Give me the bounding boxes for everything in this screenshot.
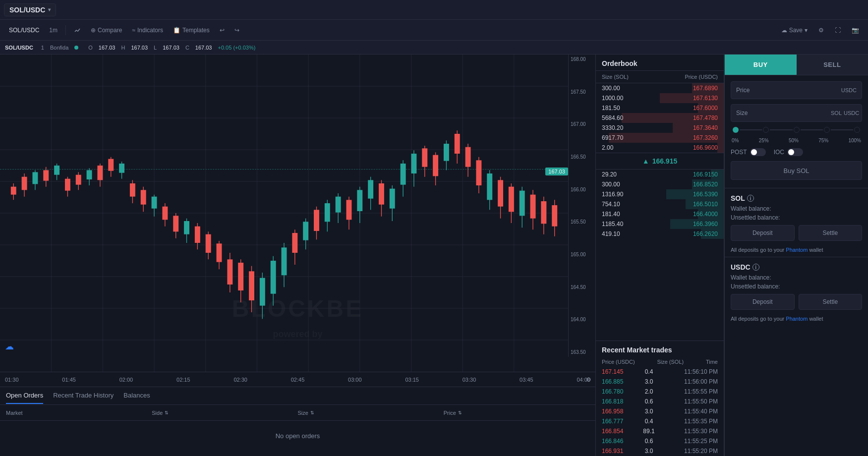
chart-canvas[interactable]: 168.00 167.50 167.00 166.50 166.00 165.5… xyxy=(0,55,595,372)
camera-button[interactable]: 📷 xyxy=(848,24,863,36)
price-level-6: 165.00 xyxy=(571,252,593,257)
pair-label: SOL/USDC xyxy=(9,6,45,14)
tab-open-orders[interactable]: Open Orders xyxy=(6,388,43,404)
close-value: 167.03 xyxy=(195,45,212,51)
svg-rect-78 xyxy=(325,203,330,222)
price-level-5: 165.50 xyxy=(571,219,593,225)
sol-phantom-note: All deposits go to your Phantom wallet xyxy=(725,245,868,255)
size-input-row[interactable]: Size SOL USDC xyxy=(731,104,862,122)
price-input-row[interactable]: Price USDC xyxy=(731,81,862,99)
open-label: O xyxy=(88,45,93,51)
ob-ask-row: 1000.00 167.6130 xyxy=(596,93,724,103)
compare-button[interactable]: ⊕ Compare xyxy=(87,24,126,36)
svg-rect-42 xyxy=(130,183,135,197)
mid-arrow: ▲ xyxy=(642,157,649,165)
svg-rect-26 xyxy=(43,170,49,180)
svg-rect-50 xyxy=(173,216,178,231)
sort-price-icon[interactable]: ⇅ xyxy=(458,410,462,415)
fullscreen-button[interactable]: ⛶ xyxy=(831,24,845,36)
size-input[interactable] xyxy=(753,110,828,116)
pair-toolbar-label[interactable]: SOL/USDC xyxy=(5,24,43,36)
svg-rect-72 xyxy=(292,233,297,253)
buy-sol-button[interactable]: Buy SOL xyxy=(731,161,862,180)
trade-row: 166.818 0.6 11:55:50 PM xyxy=(596,397,724,406)
svg-rect-108 xyxy=(487,173,492,200)
sol-unsettled-balance-row: Unsettled balance: xyxy=(731,214,862,221)
percent-50-dot[interactable] xyxy=(794,127,800,133)
low-label: L xyxy=(154,45,157,51)
indicators-button[interactable]: ≈ Indicators xyxy=(128,24,167,36)
redo-button[interactable]: ↪ xyxy=(231,24,243,36)
sol-deposit-button[interactable]: Deposit xyxy=(731,225,795,241)
ob-bid-row: 29.20 166.9150 xyxy=(596,170,724,179)
undo-button[interactable]: ↩ xyxy=(216,24,229,36)
empty-orders-message: No open orders xyxy=(0,421,595,451)
svg-rect-84 xyxy=(357,190,362,211)
svg-rect-76 xyxy=(314,210,319,231)
svg-rect-64 xyxy=(249,271,254,300)
percent-100-dot[interactable] xyxy=(854,127,860,133)
usdc-settle-button[interactable]: Settle xyxy=(799,294,863,310)
buy-tab[interactable]: BUY xyxy=(725,55,797,75)
sort-side-icon[interactable]: ⇅ xyxy=(165,410,169,415)
svg-rect-100 xyxy=(444,144,449,161)
tab-recent-trade-history[interactable]: Recent Trade History xyxy=(53,388,114,404)
sort-size-icon[interactable]: ⇅ xyxy=(310,410,314,415)
price-input[interactable] xyxy=(753,87,838,94)
settings-button[interactable]: ⚙ xyxy=(814,24,828,36)
pair-selector[interactable]: SOL/USDC ▾ xyxy=(4,3,56,16)
post-label: POST xyxy=(731,149,747,156)
sell-tab[interactable]: SELL xyxy=(797,55,868,75)
usdc-balance-section: USDC i Wallet balance: Unsettled balance… xyxy=(725,259,868,314)
expand-icon[interactable]: ☁ xyxy=(5,341,14,352)
save-button[interactable]: ☁ Save ▾ xyxy=(777,24,811,36)
percent-75-dot[interactable] xyxy=(824,127,830,133)
sol-info-icon[interactable]: i xyxy=(747,195,754,202)
percent-line-1 xyxy=(740,129,762,130)
svg-rect-22 xyxy=(22,177,27,190)
trade-row: 166.885 3.0 11:56:00 PM xyxy=(596,377,724,387)
usdc-phantom-link[interactable]: Phantom xyxy=(786,316,808,322)
toggle-row: POST IOC xyxy=(731,148,862,156)
ioc-label: IOC xyxy=(774,149,784,156)
orderbook-panel: Orderbook Size (SOL) Price (USDC) 300.00… xyxy=(595,55,724,456)
svg-rect-92 xyxy=(401,164,406,185)
time-label-3: 02:15 xyxy=(176,377,190,383)
svg-rect-24 xyxy=(32,172,38,184)
chart-source: Bonfida xyxy=(50,45,68,51)
order-type-tabs: BUY SELL xyxy=(725,55,868,75)
price-level-3: 166.50 xyxy=(571,154,593,160)
interval-button[interactable]: 1m xyxy=(45,24,61,36)
percent-0-dot[interactable] xyxy=(733,127,739,133)
svg-rect-32 xyxy=(76,175,81,185)
time-label-8: 03:30 xyxy=(463,377,476,383)
size-unit-sol: SOL xyxy=(831,110,842,116)
sol-deposit-settle-row: Deposit Settle xyxy=(731,225,862,241)
templates-button[interactable]: 📋 Templates xyxy=(169,24,214,36)
chart-settings-icon[interactable]: ⚙ xyxy=(586,376,591,383)
ob-ask-row: 5684.60 167.4780 xyxy=(596,113,724,123)
ioc-toggle[interactable] xyxy=(787,148,803,156)
percent-line-2 xyxy=(770,129,792,130)
post-toggle[interactable] xyxy=(750,148,766,156)
svg-rect-68 xyxy=(271,261,276,294)
size-unit-usdc: USDC xyxy=(844,110,859,116)
percent-25-dot[interactable] xyxy=(763,127,769,133)
pct-50: 50% xyxy=(789,138,799,143)
usdc-unsettled-label: Unsettled balance: xyxy=(731,283,780,290)
recent-trades-header: Price (USDC) Size (SOL) Time xyxy=(596,357,724,367)
main-layout: 168.00 167.50 167.00 166.50 166.00 165.5… xyxy=(0,55,868,456)
usdc-info-icon[interactable]: i xyxy=(752,264,759,271)
sol-phantom-link[interactable]: Phantom xyxy=(786,247,808,253)
rt-col-price: Price (USDC) xyxy=(602,359,635,365)
pct-25: 25% xyxy=(759,138,769,143)
ob-col-size: Size (SOL) xyxy=(602,74,629,80)
sol-settle-button[interactable]: Settle xyxy=(799,225,863,241)
svg-rect-48 xyxy=(162,207,168,220)
indicators-icon[interactable] xyxy=(70,24,85,36)
chart-number: 1 xyxy=(41,45,44,51)
usdc-deposit-button[interactable]: Deposit xyxy=(731,294,795,310)
tab-balances[interactable]: Balances xyxy=(123,388,150,404)
time-label-9: 03:45 xyxy=(520,377,533,383)
high-label: H xyxy=(121,45,125,51)
